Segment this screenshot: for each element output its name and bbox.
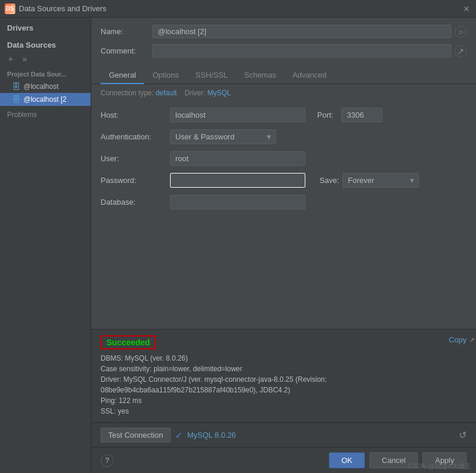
- auth-dropdown-wrapper: User & Password No auth Windows credenti…: [170, 129, 276, 144]
- tab-advanced[interactable]: Advanced: [284, 67, 335, 84]
- watermark: CSDN @我是X大魔王: [408, 462, 471, 471]
- comment-input[interactable]: [152, 44, 451, 58]
- user-input[interactable]: [170, 151, 305, 166]
- succeeded-badge: Succeeded: [101, 335, 156, 349]
- more-button[interactable]: »: [19, 53, 31, 65]
- main-window: DS Data Sources and Drivers ✕ Drivers Da…: [0, 0, 476, 473]
- conn-type-label: Connection type:: [101, 89, 154, 97]
- ping-line: Ping: 122 ms: [101, 395, 467, 406]
- tab-schemas[interactable]: Schemas: [236, 67, 284, 84]
- case-line: Case sensitivity: plain=lower, delimited…: [101, 364, 467, 374]
- sidebar-item-label-2: @localhost [2: [24, 95, 66, 104]
- sidebar: Drivers Data Sources + » Project Data So…: [0, 18, 91, 473]
- password-input[interactable]: [170, 173, 305, 188]
- status-text: DBMS: MySQL (ver. 8.0.26) Case sensitivi…: [101, 353, 467, 417]
- name-section: Name: ○ Comment: ↗: [91, 18, 476, 67]
- save-dropdown-container: Forever Until restart Never ▼: [342, 173, 419, 188]
- auth-row: Authentication: User & Password No auth …: [101, 129, 467, 144]
- name-refresh-button[interactable]: ○: [455, 26, 467, 38]
- sidebar-item-localhost2[interactable]: 🗄 @localhost [2: [0, 93, 91, 106]
- test-connection-button[interactable]: Test Connection: [101, 428, 171, 442]
- password-row: Password: Save: Forever Until restart Ne…: [101, 173, 467, 188]
- driver-line2: 08be9e9b4cba6aa115f9b27b215887af40b159e0…: [101, 385, 467, 395]
- save-select[interactable]: Forever Until restart Never: [342, 173, 419, 188]
- driver-label: Driver:: [185, 89, 205, 97]
- close-button[interactable]: ✕: [462, 4, 471, 14]
- app-icon: DS: [5, 4, 15, 14]
- host-row: Host: Port:: [101, 108, 467, 122]
- port-label: Port:: [317, 111, 333, 119]
- comment-row: Comment: ↗: [101, 44, 467, 58]
- help-button[interactable]: ?: [101, 454, 114, 467]
- sidebar-toolbar: + »: [0, 52, 91, 66]
- auth-label: Authentication:: [101, 132, 165, 141]
- user-label: User:: [101, 154, 165, 163]
- test-connection-check-icon: ✓: [175, 431, 182, 440]
- tabs-bar: General Options SSH/SSL Schemas Advanced: [91, 67, 476, 84]
- body-area: Drivers Data Sources + » Project Data So…: [0, 18, 476, 473]
- user-row: User:: [101, 151, 467, 166]
- tab-general[interactable]: General: [101, 67, 144, 84]
- add-button[interactable]: +: [5, 53, 16, 65]
- status-expand-icon[interactable]: ↗: [468, 334, 476, 346]
- dialog-panel: Name: ○ Comment: ↗ General Opti: [91, 18, 476, 473]
- test-connection-refresh-icon[interactable]: ↺: [459, 429, 467, 441]
- save-dropdown-wrapper: Save: Forever Until restart Never ▼: [310, 173, 419, 188]
- problems-label[interactable]: Problems: [0, 106, 91, 121]
- ssl-line: SSL: yes: [101, 406, 467, 417]
- password-label: Password:: [101, 176, 165, 185]
- ok-button[interactable]: OK: [329, 452, 365, 468]
- driver-line: Driver: MySQL Connector/J (ver. mysql-co…: [101, 374, 467, 385]
- tab-content-general: Host: Port: Authentication: User & Passw…: [91, 102, 476, 329]
- status-area: Succeeded Copy DBMS: MySQL (ver. 8.0.26)…: [91, 329, 476, 422]
- window-title: Data Sources and Drivers: [19, 4, 462, 13]
- tab-ssh-ssl[interactable]: SSH/SSL: [187, 67, 236, 84]
- auth-select[interactable]: User & Password No auth Windows credenti…: [170, 129, 276, 144]
- comment-input-wrapper: ↗: [152, 44, 467, 58]
- name-input[interactable]: [152, 25, 451, 38]
- conn-type-value: default: [155, 89, 177, 97]
- test-connection-bar: Test Connection ✓ MySQL 8.0.26 ↺: [91, 422, 476, 447]
- sidebar-data-sources-label[interactable]: Data Sources: [0, 35, 91, 52]
- db-icon-1: 🗄: [12, 82, 20, 91]
- sidebar-item-label-1: @localhost: [24, 82, 59, 91]
- database-input[interactable]: [170, 195, 305, 209]
- conn-type-row: Connection type: default Driver: MySQL: [91, 84, 476, 102]
- copy-button[interactable]: Copy: [449, 335, 467, 344]
- database-row: Database:: [101, 195, 467, 209]
- dbms-line: DBMS: MySQL (ver. 8.0.26): [101, 353, 467, 364]
- host-input[interactable]: [170, 108, 305, 122]
- database-label: Database:: [101, 198, 165, 206]
- db-icon-2: 🗄: [12, 95, 20, 104]
- project-data-sources-label: Project Data Sour...: [0, 66, 91, 80]
- comment-expand-button[interactable]: ↗: [455, 45, 467, 57]
- host-label: Host:: [101, 111, 165, 119]
- test-connection-version: MySQL 8.0.26: [187, 431, 236, 439]
- port-input[interactable]: [341, 108, 382, 122]
- sidebar-drivers-label[interactable]: Drivers: [0, 18, 91, 35]
- title-bar: DS Data Sources and Drivers ✕: [0, 0, 476, 18]
- name-input-wrapper: ○: [152, 25, 467, 38]
- name-row: Name: ○: [101, 25, 467, 38]
- save-label: Save:: [319, 176, 339, 185]
- driver-value: MySQL: [207, 89, 231, 97]
- tab-options[interactable]: Options: [144, 67, 187, 84]
- comment-label: Comment:: [101, 46, 148, 55]
- sidebar-item-localhost1[interactable]: 🗄 @localhost: [0, 80, 91, 93]
- name-label: Name:: [101, 27, 148, 36]
